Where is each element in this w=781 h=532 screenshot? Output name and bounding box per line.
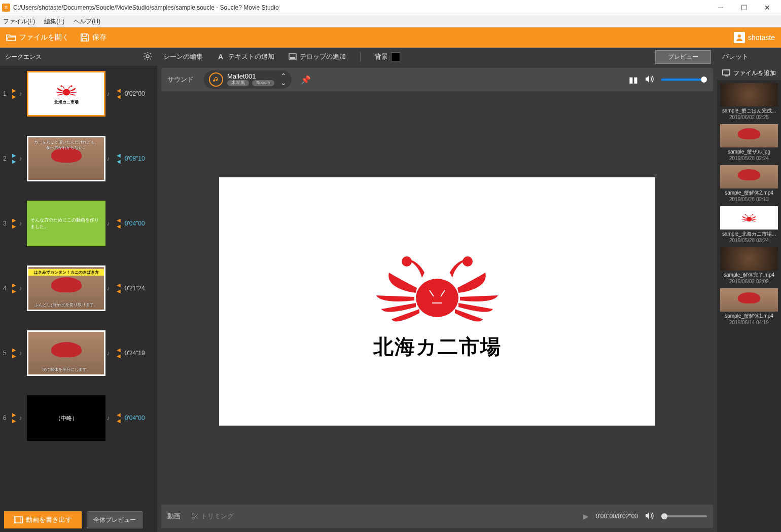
user-name: shotaste <box>748 33 775 42</box>
add-telop-button[interactable]: テロップの追加 <box>289 52 346 61</box>
add-text-button[interactable]: A テキストの追加 <box>217 52 274 61</box>
svg-point-15 <box>192 513 194 515</box>
sequence-thumbnail[interactable]: カニを丸ごと頂いたんだけれども、食べ方がわからない… <box>27 136 105 181</box>
palette-title: パレット <box>722 52 749 61</box>
svg-rect-9 <box>289 54 296 60</box>
sequence-number: 6 <box>3 414 10 422</box>
svg-rect-7 <box>21 517 22 523</box>
background-control[interactable]: 背景 <box>375 52 400 61</box>
palette-item[interactable]: sample_蟹解体1.mp4 2019/06/14 04:19 <box>720 288 778 325</box>
palette-item[interactable]: sample_蟹ザル.jpg 2019/05/28 02:24 <box>720 124 778 161</box>
video-label: 動画 <box>167 512 181 521</box>
sequence-thumbnail[interactable]: はさみでカンタン！カニのさばき方ふんどし(前かけ)を切り取ります。 <box>27 265 105 311</box>
sequence-item[interactable]: 4 ▶▶ ♪ はさみでカンタン！カニのさばき方ふんどし(前かけ)を切り取ります。… <box>0 263 157 313</box>
sequence-thumbnail[interactable]: そんな方のためにこの動画を作りました。 <box>27 201 105 246</box>
sequence-list[interactable]: 1 ▶▶ ♪ 北海カニ市場 ♪ ◀◀ 0'02"00 2 ▶▶ ♪ カニを丸ごと… <box>0 66 157 508</box>
sequence-number: 4 <box>3 285 10 292</box>
palette-list[interactable]: sample_蟹ごはん完成... 2019/06/02 02:25 sample… <box>717 80 781 532</box>
sequence-number: 1 <box>3 90 10 97</box>
palette-thumbnail[interactable] <box>720 247 778 271</box>
user-account[interactable]: shotaste <box>734 32 775 43</box>
volume-icon[interactable] <box>645 75 654 85</box>
user-avatar-icon <box>734 32 745 43</box>
music-track-icon: ♪ <box>19 220 26 227</box>
sequence-item[interactable]: 5 ▶▶ ♪ 次に胴体を半分にします。 ♪ ◀◀ 0'24"19 <box>0 328 157 378</box>
bg-color-swatch[interactable] <box>391 52 400 61</box>
svg-point-19 <box>752 214 754 216</box>
music-track-icon: ♪ <box>19 90 26 97</box>
save-button[interactable]: 保存 <box>80 33 106 42</box>
minimize-button[interactable]: ─ <box>709 0 732 15</box>
editor-panel: シーンの編集 A テキストの追加 テロップの追加 背景 プレビュー サウンド <box>157 48 717 532</box>
sequence-item[interactable]: 1 ▶▶ ♪ 北海カニ市場 ♪ ◀◀ 0'02"00 <box>0 69 157 119</box>
canvas-area: 北海カ二市場 <box>157 91 717 505</box>
palette-thumbnail[interactable] <box>720 288 778 312</box>
palette-thumbnail[interactable] <box>720 165 778 188</box>
sequence-item[interactable]: 6 ▶▶ ♪ （中略） ♪ ◀◀ 0'04"00 <box>0 393 157 443</box>
text-icon: A <box>217 53 225 61</box>
volume-icon[interactable] <box>645 512 654 521</box>
sound-tag: 木琴風 <box>227 80 249 86</box>
save-label: 保存 <box>92 33 106 42</box>
preview-button[interactable]: プレビュー <box>655 50 711 64</box>
sound-selector[interactable]: Mallet001 木琴風 Soucle ⌃ ⌄ <box>204 70 292 89</box>
open-file-button[interactable]: ファイルを開く <box>6 33 69 42</box>
gear-icon[interactable] <box>143 52 152 62</box>
sound-label: サウンド <box>167 75 194 84</box>
export-icon <box>14 516 23 523</box>
export-video-button[interactable]: 動画を書き出す <box>4 511 82 528</box>
pin-icon[interactable]: 📌 <box>301 75 311 85</box>
music-track-icon: ♪ <box>19 155 26 162</box>
close-button[interactable]: ✕ <box>756 0 779 15</box>
preview-all-button[interactable]: 全体プレビュー <box>87 511 143 528</box>
scene-edit-label: シーンの編集 <box>163 52 203 61</box>
sequence-thumbnail[interactable]: 次に胴体を半分にします。 <box>27 330 105 376</box>
palette-item[interactable]: sample_解体完了.mp4 2019/06/02 02:09 <box>720 247 778 284</box>
sound-name: Mallet001 <box>227 73 274 80</box>
palette-thumbnail[interactable] <box>720 83 778 106</box>
svg-point-2 <box>62 89 70 96</box>
crab-logo: 北海カ二市場 <box>361 242 513 361</box>
add-file-button[interactable]: ファイルを追加 <box>717 66 781 80</box>
maximize-button[interactable]: ☐ <box>732 0 756 15</box>
svg-rect-16 <box>723 70 730 75</box>
music-track-icon: ♪ <box>106 220 114 227</box>
music-track-icon: ♪ <box>19 350 26 357</box>
video-volume-slider[interactable] <box>661 515 707 517</box>
svg-point-1 <box>146 55 149 58</box>
play-button[interactable]: ▶ <box>583 512 589 520</box>
palette-item-date: 2019/05/28 02:13 <box>720 197 778 202</box>
palette-item-name: sample_北海カニ市場... <box>720 231 778 238</box>
palette-item[interactable]: sample_蟹ごはん完成... 2019/06/02 02:25 <box>720 83 778 120</box>
sequence-item[interactable]: 2 ▶▶ ♪ カニを丸ごと頂いたんだけれども、食べ方がわからない… ♪ ◀◀ 0… <box>0 134 157 183</box>
video-time: 0'00"00/0'02"00 <box>596 513 638 520</box>
sequence-number: 5 <box>3 350 10 357</box>
palette-thumbnail[interactable] <box>720 206 778 230</box>
palette-item[interactable]: sample_蟹解体2.mp4 2019/05/28 02:13 <box>720 165 778 202</box>
palette-thumbnail[interactable] <box>720 124 778 147</box>
trim-button[interactable]: トリミング <box>192 512 234 521</box>
pause-button[interactable]: ▮▮ <box>629 75 638 85</box>
sequence-header: シークエンス <box>0 48 157 66</box>
menu-file[interactable]: ファイル(F) <box>3 17 35 26</box>
palette-item-date: 2019/06/02 02:09 <box>720 279 778 284</box>
volume-slider[interactable] <box>661 79 707 81</box>
svg-rect-5 <box>14 517 22 523</box>
svg-point-12 <box>402 256 412 267</box>
sequence-duration: 0'08"10 <box>125 155 152 162</box>
sequence-panel: シークエンス 1 ▶▶ ♪ 北海カニ市場 ♪ ◀◀ 0'02"00 2 ▶▶ ♪… <box>0 48 157 532</box>
svg-rect-10 <box>290 57 295 59</box>
save-icon <box>80 33 89 42</box>
svg-point-0 <box>738 34 741 37</box>
sequence-item[interactable]: 3 ▶▶ ♪ そんな方のためにこの動画を作りました。 ♪ ◀◀ 0'04"00 <box>0 199 157 248</box>
palette-item[interactable]: sample_北海カニ市場... 2019/05/28 03:24 <box>720 206 778 243</box>
sequence-duration: 0'24"19 <box>125 350 152 357</box>
chevron-down-icon[interactable]: ⌄ <box>280 80 287 86</box>
preview-canvas[interactable]: 北海カ二市場 <box>219 177 655 426</box>
sequence-thumbnail[interactable]: 北海カニ市場 <box>27 71 105 117</box>
menu-help[interactable]: ヘルプ(H) <box>74 17 100 26</box>
menu-edit[interactable]: 編集(E) <box>44 17 64 26</box>
sequence-thumbnail[interactable]: （中略） <box>27 395 105 441</box>
svg-point-13 <box>463 256 473 267</box>
svg-text:A: A <box>218 53 223 61</box>
